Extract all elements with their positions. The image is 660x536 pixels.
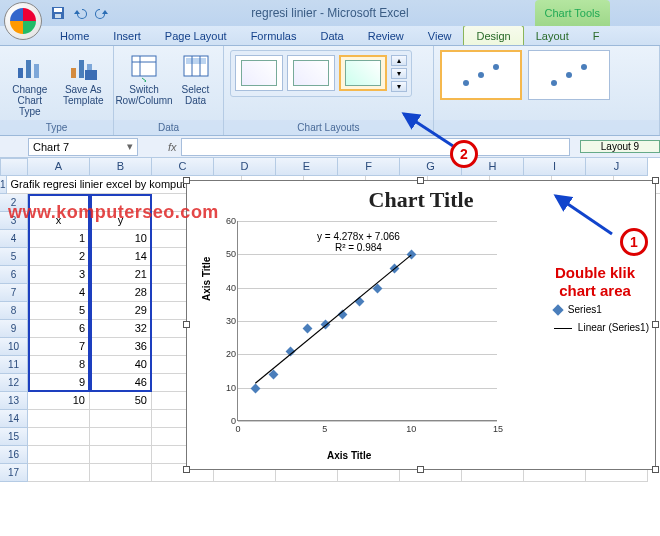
col-B[interactable]: B xyxy=(90,158,152,176)
cell[interactable] xyxy=(90,410,152,428)
svg-rect-14 xyxy=(186,58,206,64)
cell[interactable] xyxy=(28,446,90,464)
cell[interactable]: 46 xyxy=(90,374,152,392)
cell[interactable]: 10 xyxy=(90,230,152,248)
tab-formulas[interactable]: Formulas xyxy=(239,26,309,45)
label: Save As Template xyxy=(60,84,108,106)
col-J[interactable]: J xyxy=(586,158,648,176)
tab-insert[interactable]: Insert xyxy=(101,26,153,45)
cell[interactable]: 21 xyxy=(90,266,152,284)
svg-point-18 xyxy=(478,72,484,78)
svg-line-23 xyxy=(404,114,453,146)
watermark-text: www.komputerseo.com xyxy=(8,202,219,223)
cell[interactable]: 7 xyxy=(28,338,90,356)
chart-tools-label: Chart Tools xyxy=(535,0,610,26)
tab-design[interactable]: Design xyxy=(463,25,523,45)
row-head[interactable]: 4 xyxy=(0,230,28,248)
tab-view[interactable]: View xyxy=(416,26,464,45)
svg-point-21 xyxy=(566,72,572,78)
row-head[interactable]: 16 xyxy=(0,446,28,464)
cell[interactable] xyxy=(90,428,152,446)
chart-layouts-gallery[interactable]: ▴ ▾ ▾ xyxy=(230,50,412,97)
cell[interactable] xyxy=(28,428,90,446)
fx-icon[interactable]: fx xyxy=(168,141,177,153)
cell[interactable]: 32 xyxy=(90,320,152,338)
svg-rect-6 xyxy=(71,68,76,78)
cell[interactable]: 1 xyxy=(28,230,90,248)
name-box[interactable]: Chart 7▾ xyxy=(28,138,138,156)
select-data-button[interactable]: Select Data xyxy=(174,50,217,106)
row-head[interactable]: 5 xyxy=(0,248,28,266)
annotation-text: Double klik chart area xyxy=(540,264,650,300)
cell[interactable]: 36 xyxy=(90,338,152,356)
cell[interactable]: 3 xyxy=(28,266,90,284)
cell[interactable]: 14 xyxy=(90,248,152,266)
tab-layout[interactable]: Layout xyxy=(524,26,581,45)
gallery-up-icon[interactable]: ▴ xyxy=(391,55,407,66)
col-D[interactable]: D xyxy=(214,158,276,176)
tab-review[interactable]: Review xyxy=(356,26,416,45)
row-head[interactable]: 12 xyxy=(0,374,28,392)
row-head[interactable]: 8 xyxy=(0,302,28,320)
select-all-corner[interactable] xyxy=(0,158,28,176)
col-C[interactable]: C xyxy=(152,158,214,176)
cell[interactable]: 9 xyxy=(28,374,90,392)
row-head[interactable]: 11 xyxy=(0,356,28,374)
row-head[interactable]: 17 xyxy=(0,464,28,482)
chart-style-1[interactable] xyxy=(440,50,522,100)
svg-rect-9 xyxy=(85,70,97,80)
cell[interactable] xyxy=(90,464,152,482)
row-head[interactable]: 9 xyxy=(0,320,28,338)
cell[interactable] xyxy=(90,446,152,464)
chart-style-2[interactable] xyxy=(528,50,610,100)
cell[interactable]: 50 xyxy=(90,392,152,410)
group-data-label: Data xyxy=(114,120,223,135)
svg-point-19 xyxy=(493,64,499,70)
gallery-down-icon[interactable]: ▾ xyxy=(391,68,407,79)
col-A[interactable]: A xyxy=(28,158,90,176)
row-head[interactable]: 15 xyxy=(0,428,28,446)
cell[interactable]: 2 xyxy=(28,248,90,266)
formula-bar[interactable] xyxy=(181,138,570,156)
label: Select Data xyxy=(174,84,217,106)
row-head[interactable]: 14 xyxy=(0,410,28,428)
cell[interactable]: 5 xyxy=(28,302,90,320)
svg-rect-10 xyxy=(132,56,156,76)
ribbon-tabs: Home Insert Page Layout Formulas Data Re… xyxy=(0,26,660,46)
svg-rect-3 xyxy=(18,68,23,78)
y-axis-title[interactable]: Axis Title xyxy=(201,257,212,301)
tab-format[interactable]: F xyxy=(581,26,612,45)
layout-thumb-3[interactable] xyxy=(339,55,387,91)
tab-home[interactable]: Home xyxy=(48,26,101,45)
save-as-template-button[interactable]: Save As Template xyxy=(60,50,108,106)
trendline-equation[interactable]: y = 4.278x + 7.066 R² = 0.984 xyxy=(317,231,400,253)
cell[interactable]: 6 xyxy=(28,320,90,338)
cell[interactable]: 40 xyxy=(90,356,152,374)
layout-thumb-1[interactable] xyxy=(235,55,283,91)
col-F[interactable]: F xyxy=(338,158,400,176)
col-I[interactable]: I xyxy=(524,158,586,176)
cell[interactable] xyxy=(28,410,90,428)
change-chart-type-button[interactable]: Change Chart Type xyxy=(6,50,54,117)
annotation-2: 2 xyxy=(450,140,478,168)
cell[interactable]: 29 xyxy=(90,302,152,320)
x-axis-title[interactable]: Axis Title xyxy=(327,450,371,461)
cell[interactable]: 10 xyxy=(28,392,90,410)
chart-legend[interactable]: Series1 Linear (Series1) xyxy=(554,301,649,337)
cell[interactable]: 4 xyxy=(28,284,90,302)
col-E[interactable]: E xyxy=(276,158,338,176)
row-head[interactable]: 13 xyxy=(0,392,28,410)
tab-data[interactable]: Data xyxy=(308,26,355,45)
cell[interactable]: 8 xyxy=(28,356,90,374)
switch-row-column-button[interactable]: Switch Row/Column xyxy=(120,50,168,106)
layout-thumb-2[interactable] xyxy=(287,55,335,91)
gallery-more-icon[interactable]: ▾ xyxy=(391,81,407,92)
row-head[interactable]: 10 xyxy=(0,338,28,356)
svg-line-25 xyxy=(556,196,612,234)
office-button[interactable] xyxy=(4,2,42,40)
cell[interactable] xyxy=(28,464,90,482)
cell[interactable]: 28 xyxy=(90,284,152,302)
tab-page-layout[interactable]: Page Layout xyxy=(153,26,239,45)
row-head[interactable]: 6 xyxy=(0,266,28,284)
row-head[interactable]: 7 xyxy=(0,284,28,302)
